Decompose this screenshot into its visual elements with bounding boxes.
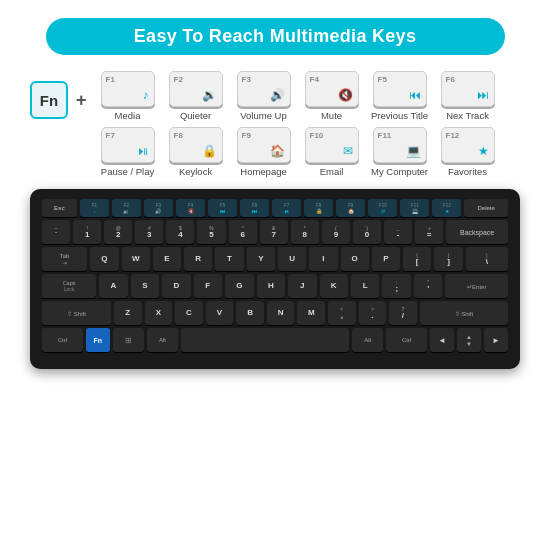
kb-m: M bbox=[297, 301, 325, 325]
kb-alt-l: Alt bbox=[147, 328, 178, 352]
kb-g: G bbox=[225, 274, 253, 298]
kb-q: Q bbox=[90, 247, 118, 271]
kb-s: S bbox=[131, 274, 159, 298]
kb-p: P bbox=[372, 247, 400, 271]
kb-shift-l: ⇧ Shift bbox=[42, 301, 111, 325]
kb-space bbox=[181, 328, 349, 352]
kb-w: W bbox=[122, 247, 150, 271]
kb-win: ⊞ bbox=[113, 328, 144, 352]
kb-l: L bbox=[351, 274, 379, 298]
kb-alt-r: Alt bbox=[352, 328, 383, 352]
kb-t: T bbox=[215, 247, 243, 271]
kb-3: #3 bbox=[135, 220, 163, 244]
kb-f2: F2🔉 bbox=[112, 199, 141, 217]
fkey-f8: F8 🔒 Keylock bbox=[165, 127, 227, 177]
fkey-f10: F10 ✉ Email bbox=[301, 127, 363, 177]
fkeys-row-2: F7 ⏯ Pause / Play F8 🔒 Keylock F9 bbox=[97, 127, 520, 177]
kb-9: (9 bbox=[322, 220, 350, 244]
kb-tilde: ~` bbox=[42, 220, 70, 244]
kb-enter: ↵Enter bbox=[445, 274, 508, 298]
kb-7: &7 bbox=[260, 220, 288, 244]
kb-up-down: ▲▼ bbox=[457, 328, 481, 352]
fn-key-box: Fn + bbox=[30, 81, 87, 119]
fkey-f3: F3 🔊 Volume Up bbox=[233, 71, 295, 121]
kb-f7: F7⏯ bbox=[272, 199, 301, 217]
fkey-f4: F4 🔇 Mute bbox=[301, 71, 363, 121]
kb-x: X bbox=[145, 301, 173, 325]
kb-f10: F10✉ bbox=[368, 199, 397, 217]
fn-key: Fn bbox=[30, 81, 68, 119]
kb-f: F bbox=[194, 274, 222, 298]
kb-ctrl-l: Ctrl bbox=[42, 328, 83, 352]
kb-backspace: Backspace bbox=[446, 220, 508, 244]
kb-c: C bbox=[175, 301, 203, 325]
kb-z: Z bbox=[114, 301, 142, 325]
kb-tab: Tab⇥ bbox=[42, 247, 87, 271]
kb-k: K bbox=[320, 274, 348, 298]
kb-4: $4 bbox=[166, 220, 194, 244]
kb-f8: F8🔒 bbox=[304, 199, 333, 217]
kb-y: Y bbox=[247, 247, 275, 271]
plus-sign: + bbox=[76, 90, 87, 111]
kb-h: H bbox=[257, 274, 285, 298]
kb-equals: += bbox=[415, 220, 443, 244]
kb-asdf-row: CapsLock A S D F G H J K L :; "' ↵Enter bbox=[42, 274, 508, 298]
fkeys-row-1: F1 ♪ Media F2 🔉 Quieter F3 bbox=[97, 71, 520, 121]
keyboard-wrapper: Esc F1♪ F2🔉 F3🔊 F4🔇 F5⏮ F6⏭ F7⏯ F8🔒 F9🏠 … bbox=[20, 189, 530, 369]
kb-8: *8 bbox=[291, 220, 319, 244]
main-container: Easy To Reach Multimedia Keys Fn + F1 ♪ … bbox=[0, 0, 550, 550]
kb-period: >. bbox=[359, 301, 387, 325]
kb-fn-key: Fn bbox=[86, 328, 110, 352]
kb-qwerty-row: Tab⇥ Q W E R T Y U I O P {[ }] |\ bbox=[42, 247, 508, 271]
kb-6: ^6 bbox=[229, 220, 257, 244]
kb-num-row: ~` !1 @2 #3 $4 %5 ^6 &7 *8 (9 )0 _- += B… bbox=[42, 220, 508, 244]
kb-0: )0 bbox=[353, 220, 381, 244]
kb-backslash: |\ bbox=[466, 247, 508, 271]
keyboard-image: Esc F1♪ F2🔉 F3🔊 F4🔇 F5⏮ F6⏭ F7⏯ F8🔒 F9🏠 … bbox=[30, 189, 520, 369]
kb-comma: <, bbox=[328, 301, 356, 325]
kb-d: D bbox=[162, 274, 190, 298]
kb-1: !1 bbox=[73, 220, 101, 244]
kb-o: O bbox=[341, 247, 369, 271]
kb-f4: F4🔇 bbox=[176, 199, 205, 217]
kb-b: B bbox=[236, 301, 264, 325]
title-banner: Easy To Reach Multimedia Keys bbox=[46, 18, 505, 55]
kb-f11: F11💻 bbox=[400, 199, 429, 217]
kb-f3: F3🔊 bbox=[144, 199, 173, 217]
kb-left: ◄ bbox=[430, 328, 454, 352]
fkey-f1: F1 ♪ Media bbox=[97, 71, 159, 121]
fkey-f5: F5 ⏮ Previous Title bbox=[369, 71, 431, 121]
kb-fn-row: Esc F1♪ F2🔉 F3🔊 F4🔇 F5⏮ F6⏭ F7⏯ F8🔒 F9🏠 … bbox=[42, 199, 508, 217]
kb-slash: ?/ bbox=[389, 301, 417, 325]
kb-lbracket: {[ bbox=[403, 247, 431, 271]
kb-minus: _- bbox=[384, 220, 412, 244]
kb-f9: F9🏠 bbox=[336, 199, 365, 217]
kb-n: N bbox=[267, 301, 295, 325]
fkey-f2: F2 🔉 Quieter bbox=[165, 71, 227, 121]
fkey-f9: F9 🏠 Homepage bbox=[233, 127, 295, 177]
kb-rbracket: }] bbox=[434, 247, 462, 271]
kb-semicolon: :; bbox=[382, 274, 410, 298]
fkey-f6: F6 ⏭ Nex Track bbox=[437, 71, 499, 121]
kb-f5: F5⏮ bbox=[208, 199, 237, 217]
kb-quote: "' bbox=[414, 274, 442, 298]
kb-2: @2 bbox=[104, 220, 132, 244]
kb-5: %5 bbox=[197, 220, 225, 244]
fkey-f12: F12 ★ Favorites bbox=[437, 127, 499, 177]
kb-r: R bbox=[184, 247, 212, 271]
fn-section: Fn + F1 ♪ Media F2 🔉 bbox=[20, 71, 530, 177]
page-title: Easy To Reach Multimedia Keys bbox=[134, 26, 416, 46]
kb-f6: F6⏭ bbox=[240, 199, 269, 217]
kb-del: Delete bbox=[464, 199, 508, 217]
kb-zxcv-row: ⇧ Shift Z X C V B N M <, >. ?/ ⇧ Shift bbox=[42, 301, 508, 325]
fkeys-container: F1 ♪ Media F2 🔉 Quieter F3 bbox=[97, 71, 520, 177]
kb-v: V bbox=[206, 301, 234, 325]
kb-caps: CapsLock bbox=[42, 274, 96, 298]
kb-right: ► bbox=[484, 328, 508, 352]
kb-esc: Esc bbox=[42, 199, 77, 217]
kb-j: J bbox=[288, 274, 316, 298]
kb-a: A bbox=[99, 274, 127, 298]
kb-f1: F1♪ bbox=[80, 199, 109, 217]
kb-u: U bbox=[278, 247, 306, 271]
kb-ctrl-r: Ctrl bbox=[386, 328, 427, 352]
